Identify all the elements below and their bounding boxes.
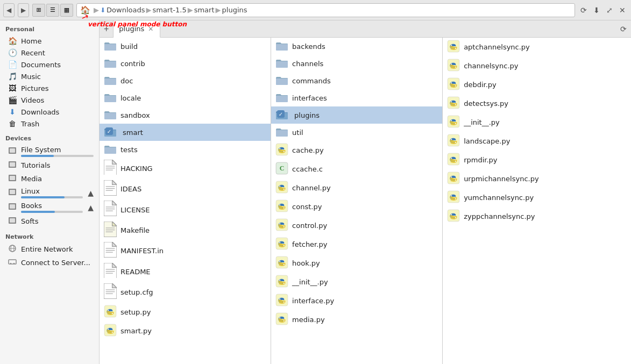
- breadcrumb-smart[interactable]: smart: [194, 6, 215, 14]
- file-name: interfaces: [292, 94, 327, 102]
- books-progress-bar: [21, 211, 83, 213]
- sidebar-item-music[interactable]: 🎵 Music: [0, 70, 99, 82]
- back-button[interactable]: ◀: [3, 3, 15, 17]
- sidebar-item-home[interactable]: 🏠 Home: [0, 35, 99, 47]
- sidebar-item-books[interactable]: Books ▲: [0, 200, 99, 215]
- sidebar-item-tutorials[interactable]: Tutorials: [0, 159, 99, 172]
- file-item-backends[interactable]: backends: [271, 38, 442, 55]
- file-name: build: [120, 42, 138, 51]
- file-item---init---py[interactable]: __init__.py: [443, 113, 631, 132]
- breadcrumb-smart15[interactable]: smart-1.5: [152, 6, 186, 14]
- reload-button[interactable]: ⟳: [578, 3, 589, 17]
- sidebar-item-softs[interactable]: Softs: [0, 215, 99, 228]
- file-name: smart.py: [120, 327, 152, 335]
- sidebar-item-linux[interactable]: Linux ▲: [0, 185, 99, 200]
- file-item-locale[interactable]: locale: [100, 89, 271, 106]
- file-item-plugins[interactable]: ✓ plugins: [271, 106, 442, 124]
- file-item-debdir-py[interactable]: debdir.py: [443, 75, 631, 94]
- file-item-doc[interactable]: doc: [100, 72, 271, 89]
- file-icon: [104, 57, 117, 70]
- file-item-interface-py[interactable]: interface.py: [271, 291, 442, 310]
- close-button[interactable]: ✕: [617, 3, 628, 17]
- file-item-license[interactable]: LICENSE: [100, 199, 271, 220]
- file-item-hacking[interactable]: HACKING: [100, 158, 271, 179]
- sidebar-item-entire-network[interactable]: Entire Network: [0, 242, 99, 256]
- file-item-media-py[interactable]: media.py: [271, 310, 442, 329]
- file-item-sandbox[interactable]: sandbox: [100, 106, 271, 124]
- file-item-channel-py[interactable]: channel.py: [271, 179, 442, 197]
- tab-history-button[interactable]: ⟳: [616, 20, 631, 37]
- file-item-control-py[interactable]: control.py: [271, 216, 442, 235]
- file-item-yumchannelsync-py[interactable]: yumchannelsync.py: [443, 188, 631, 207]
- grid-view-button[interactable]: ⊞: [32, 4, 45, 17]
- breadcrumb-downloads[interactable]: Downloads: [107, 6, 145, 14]
- sidebar-item-trash[interactable]: 🗑 Trash: [0, 118, 99, 130]
- file-name: Makefile: [120, 226, 150, 234]
- file-item-setup-cfg[interactable]: setup.cfg: [100, 282, 271, 302]
- tab-add-button[interactable]: +: [100, 20, 114, 37]
- file-item-ideas[interactable]: IDEAS: [100, 179, 271, 199]
- file-item-readme[interactable]: README: [100, 261, 271, 282]
- file-item-fetcher-py[interactable]: fetcher.py: [271, 235, 442, 254]
- home-icon[interactable]: 🏠: [80, 5, 90, 15]
- file-icon: [104, 222, 117, 238]
- file-item-ccache-c[interactable]: C ccache.c: [271, 160, 442, 179]
- sidebar-item-videos[interactable]: 🎬 Videos: [0, 94, 99, 106]
- svg-marker-49: [112, 283, 117, 288]
- file-icon: [447, 40, 460, 54]
- file-item-zyppchannelsync-py[interactable]: zyppchannelsync.py: [443, 207, 631, 226]
- sidebar-item-pictures[interactable]: 🖼 Pictures: [0, 82, 99, 94]
- file-name: media.py: [292, 316, 325, 324]
- file-icon: [104, 91, 117, 104]
- svg-point-71: [279, 223, 280, 224]
- tab-close-button[interactable]: ✕: [147, 25, 154, 33]
- file-item-tests[interactable]: tests: [100, 141, 271, 158]
- file-item-manifest-in[interactable]: MANIFEST.in: [100, 241, 271, 261]
- linux-eject-icon[interactable]: ▲: [88, 189, 94, 197]
- file-item-contrib[interactable]: contrib: [100, 55, 271, 72]
- bookmark-button[interactable]: ⬇: [591, 3, 602, 17]
- file-item-urpmichannelsync-py[interactable]: urpmichannelsync.py: [443, 169, 631, 188]
- compact-view-button[interactable]: ▦: [60, 4, 73, 17]
- svg-point-55: [112, 313, 113, 314]
- sidebar-item-connect-to-server[interactable]: Connect to Server...: [0, 256, 99, 269]
- file-item-channels[interactable]: channels: [271, 55, 442, 72]
- main-layout: Personal 🏠 Home 🕐 Recent 📄 Documents 🎵 M…: [0, 20, 631, 364]
- file-item-channelsync-py[interactable]: channelsync.py: [443, 56, 631, 75]
- tab-plugins[interactable]: plugins ✕: [114, 21, 160, 38]
- file-item-aptchannelsync-py[interactable]: aptchannelsync.py: [443, 38, 631, 56]
- sidebar-item-media[interactable]: Media: [0, 172, 99, 185]
- forward-button[interactable]: ▶: [18, 3, 29, 17]
- file-item-hook-py[interactable]: hook.py: [271, 254, 442, 273]
- file-item-commands[interactable]: commands: [271, 72, 442, 89]
- pane-3: aptchannelsync.py channelsync.py debdir.…: [443, 38, 631, 364]
- music-icon: 🎵: [8, 72, 17, 81]
- topbar-actions: ⟳ ⬇ ⤢ ✕: [578, 3, 628, 17]
- file-item-landscape-py[interactable]: landscape.py: [443, 132, 631, 151]
- file-item-detectsys-py[interactable]: detectsys.py: [443, 94, 631, 113]
- sidebar-item-recent[interactable]: 🕐 Recent: [0, 47, 99, 59]
- network-header: Network: [0, 228, 99, 242]
- file-item-util[interactable]: util: [271, 124, 442, 141]
- file-item-makefile[interactable]: Makefile: [100, 220, 271, 240]
- file-item-setup-py[interactable]: setup.py: [100, 303, 271, 322]
- books-eject-icon[interactable]: ▲: [88, 203, 94, 212]
- sidebar-item-documents[interactable]: 📄 Documents: [0, 59, 99, 70]
- file-item-build[interactable]: build: [100, 38, 271, 55]
- sidebar-item-filesystem[interactable]: File System: [0, 144, 99, 159]
- svg-point-105: [455, 142, 456, 143]
- file-item-cache-py[interactable]: cache.py: [271, 141, 442, 160]
- file-item-const-py[interactable]: const.py: [271, 197, 442, 216]
- sidebar-item-downloads[interactable]: ⬇ Downloads: [0, 106, 99, 118]
- file-item-interfaces[interactable]: interfaces: [271, 89, 442, 106]
- breadcrumb-plugins[interactable]: plugins: [222, 6, 247, 14]
- svg-point-80: [279, 280, 280, 281]
- svg-rect-1: [10, 148, 15, 153]
- svg-point-66: [283, 189, 285, 190]
- file-item---init---py[interactable]: __init__.py: [271, 273, 442, 291]
- file-item-rpmdir-py[interactable]: rpmdir.py: [443, 151, 631, 169]
- expand-button[interactable]: ⤢: [604, 3, 615, 17]
- file-item-smart-py[interactable]: smart.py: [100, 322, 271, 340]
- list-view-button[interactable]: ☰: [46, 4, 59, 17]
- file-item-smart[interactable]: ✓ smart: [100, 124, 271, 141]
